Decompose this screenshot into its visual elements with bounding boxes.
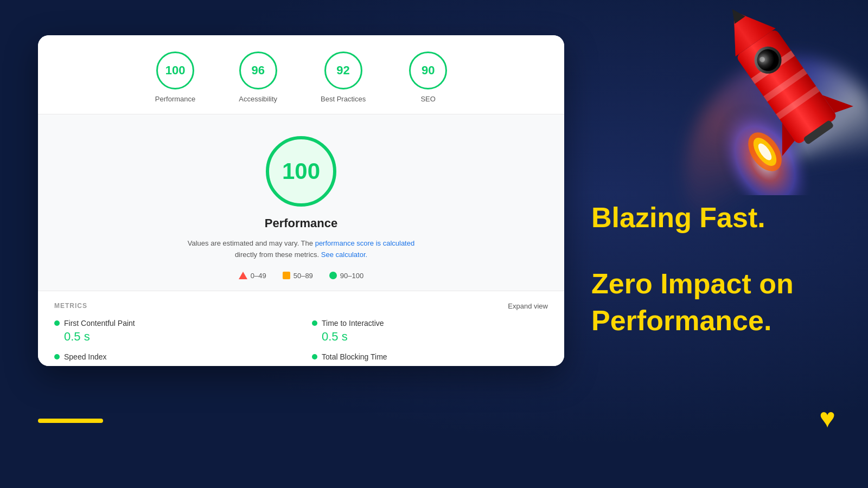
metrics-section: METRICS Expand view First Contentful Pai… bbox=[38, 291, 564, 366]
rocket-container bbox=[700, 0, 863, 195]
metric-tti-value: 0.5 s bbox=[312, 330, 548, 344]
legend-red: 0–49 bbox=[239, 272, 266, 280]
score-legend: 0–49 50–89 90–100 bbox=[239, 272, 363, 280]
blazing-fast-heading: Blazing Fast. bbox=[591, 201, 765, 234]
metric-tbt-dot bbox=[312, 354, 317, 359]
metric-fcp-value: 0.5 s bbox=[54, 330, 290, 344]
metrics-title: METRICS bbox=[54, 302, 87, 310]
score-label-performance: Performance bbox=[155, 95, 195, 103]
legend-orange-icon bbox=[283, 272, 290, 279]
score-performance: 100 Performance bbox=[155, 52, 195, 103]
score-circle-seo: 90 bbox=[409, 52, 447, 89]
score-best-practices: 92 Best Practices bbox=[321, 52, 366, 103]
calculator-link[interactable]: See calculator. bbox=[321, 251, 367, 259]
legend-green-icon bbox=[329, 272, 337, 279]
scores-section: 100 Performance 96 Accessibility 92 Best… bbox=[38, 35, 564, 114]
metric-tti: Time to Interactive 0.5 s bbox=[312, 319, 548, 344]
zero-impact-heading: Zero Impact on Performance. bbox=[591, 266, 794, 339]
metric-si: Speed Index bbox=[54, 352, 290, 363]
score-label-accessibility: Accessibility bbox=[239, 95, 277, 103]
metric-fcp-dot bbox=[54, 320, 60, 326]
main-content: 100 Performance Values are estimated and… bbox=[38, 114, 564, 291]
legend-orange: 50–89 bbox=[283, 272, 313, 280]
metrics-grid: First Contentful Paint 0.5 s Time to Int… bbox=[54, 319, 548, 363]
score-seo: 90 SEO bbox=[409, 52, 447, 103]
metric-tti-dot bbox=[312, 320, 317, 326]
metric-fcp: First Contentful Paint 0.5 s bbox=[54, 319, 290, 344]
big-score-circle: 100 bbox=[266, 136, 336, 207]
legend-red-icon bbox=[239, 272, 247, 279]
metric-fcp-name: First Contentful Paint bbox=[64, 319, 135, 328]
metric-tbt-name: Total Blocking Time bbox=[322, 352, 387, 361]
score-label-best-practices: Best Practices bbox=[321, 95, 366, 103]
score-calc-link[interactable]: performance score is calculated bbox=[315, 239, 415, 247]
metric-tti-label-row: Time to Interactive bbox=[312, 319, 548, 328]
score-label-seo: SEO bbox=[420, 95, 435, 103]
metrics-header: METRICS Expand view bbox=[54, 302, 548, 310]
legend-green: 90–100 bbox=[329, 272, 363, 280]
big-score-title: Performance bbox=[265, 216, 338, 230]
score-description: Values are estimated and may vary. The p… bbox=[188, 238, 414, 261]
score-circle-accessibility: 96 bbox=[239, 52, 277, 89]
metric-fcp-label-row: First Contentful Paint bbox=[54, 319, 290, 328]
metric-si-dot bbox=[54, 354, 60, 359]
metric-tbt-label-row: Total Blocking Time bbox=[312, 352, 548, 361]
score-circle-performance: 100 bbox=[156, 52, 194, 89]
bottom-bar bbox=[38, 419, 103, 423]
lighthouse-card: 100 Performance 96 Accessibility 92 Best… bbox=[38, 35, 564, 366]
expand-view-button[interactable]: Expand view bbox=[508, 302, 548, 310]
score-circle-best-practices: 92 bbox=[324, 52, 362, 89]
metric-si-label-row: Speed Index bbox=[54, 352, 290, 361]
rocket-svg bbox=[711, 0, 863, 184]
heart-icon: ♥ bbox=[819, 402, 835, 434]
score-accessibility: 96 Accessibility bbox=[239, 52, 277, 103]
metric-si-name: Speed Index bbox=[64, 352, 107, 361]
metric-tti-name: Time to Interactive bbox=[322, 319, 384, 328]
metric-tbt: Total Blocking Time bbox=[312, 352, 548, 363]
